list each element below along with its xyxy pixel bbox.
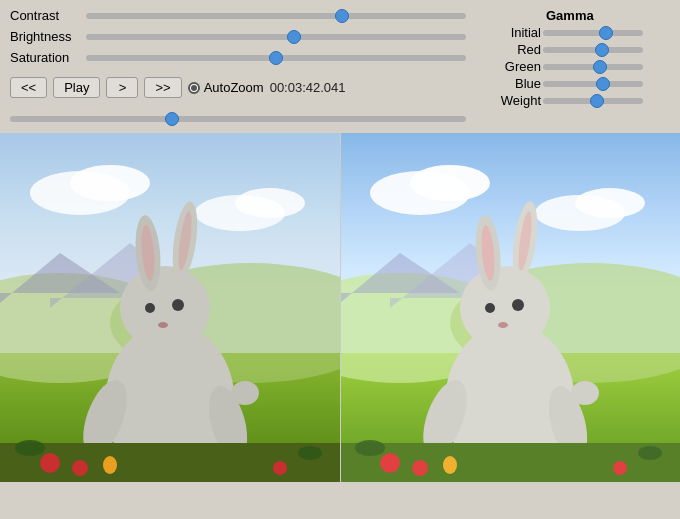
- gamma-weight-label: Weight: [486, 93, 541, 108]
- brightness-label: Brightness: [10, 29, 80, 44]
- svg-point-49: [498, 322, 508, 328]
- autozoom-radio[interactable]: [188, 82, 200, 94]
- scene-left-svg: [0, 133, 340, 482]
- left-controls: Contrast Brightness Saturation << Play >…: [10, 8, 486, 129]
- svg-point-38: [575, 188, 645, 218]
- svg-point-18: [158, 322, 168, 328]
- gamma-red-row: Red: [486, 42, 670, 57]
- gamma-initial-label: Initial: [486, 25, 541, 40]
- play-button[interactable]: Play: [53, 77, 100, 98]
- next-button[interactable]: >: [106, 77, 138, 98]
- svg-point-17: [172, 299, 184, 311]
- svg-point-11: [120, 266, 210, 350]
- svg-point-26: [72, 460, 88, 476]
- contrast-row: Contrast: [10, 8, 466, 23]
- svg-point-30: [298, 446, 322, 460]
- svg-point-59: [613, 461, 627, 475]
- gamma-initial-row: Initial: [486, 25, 670, 40]
- saturation-label: Saturation: [10, 50, 80, 65]
- progress-row: [10, 108, 466, 129]
- svg-point-5: [70, 165, 150, 201]
- svg-point-36: [410, 165, 490, 201]
- gamma-green-row: Green: [486, 59, 670, 74]
- gamma-initial-slider[interactable]: [543, 30, 643, 36]
- svg-point-48: [512, 299, 524, 311]
- autozoom-label: AutoZoom: [204, 80, 264, 95]
- svg-point-28: [273, 461, 287, 475]
- svg-point-56: [380, 453, 400, 473]
- svg-point-47: [485, 303, 495, 313]
- saturation-row: Saturation: [10, 50, 466, 65]
- gamma-green-slider[interactable]: [543, 64, 643, 70]
- brightness-row: Brightness: [10, 29, 466, 44]
- gamma-weight-row: Weight: [486, 93, 670, 108]
- svg-point-61: [638, 446, 662, 460]
- gamma-red-label: Red: [486, 42, 541, 57]
- svg-point-42: [460, 266, 550, 350]
- svg-point-58: [443, 456, 457, 474]
- svg-point-60: [355, 440, 385, 456]
- svg-point-27: [103, 456, 117, 474]
- contrast-slider[interactable]: [86, 13, 466, 19]
- svg-point-52: [571, 381, 599, 405]
- progress-slider[interactable]: [10, 116, 466, 122]
- image-area: [0, 133, 680, 482]
- transport-row: << Play > >> AutoZoom 00:03:42.041: [10, 71, 466, 102]
- gamma-blue-row: Blue: [486, 76, 670, 91]
- gamma-blue-label: Blue: [486, 76, 541, 91]
- split-divider: [340, 133, 341, 482]
- svg-point-21: [231, 381, 259, 405]
- saturation-slider[interactable]: [86, 55, 466, 61]
- svg-point-57: [412, 460, 428, 476]
- image-left: [0, 133, 340, 482]
- svg-point-29: [15, 440, 45, 456]
- next-next-button[interactable]: >>: [144, 77, 181, 98]
- gamma-red-slider[interactable]: [543, 47, 643, 53]
- gamma-green-label: Green: [486, 59, 541, 74]
- timecode: 00:03:42.041: [270, 80, 346, 95]
- gamma-weight-slider[interactable]: [543, 98, 643, 104]
- contrast-label: Contrast: [10, 8, 80, 23]
- gamma-blue-slider[interactable]: [543, 81, 643, 87]
- brightness-slider[interactable]: [86, 34, 466, 40]
- image-right: [340, 133, 680, 482]
- svg-point-25: [40, 453, 60, 473]
- svg-point-16: [145, 303, 155, 313]
- controls-area: Contrast Brightness Saturation << Play >…: [0, 0, 680, 133]
- scene-right-svg: [340, 133, 680, 482]
- autozoom-container: AutoZoom: [188, 80, 264, 95]
- svg-point-7: [235, 188, 305, 218]
- right-controls: Gamma Initial Red Green Blue Weight: [486, 8, 670, 129]
- gamma-title: Gamma: [486, 8, 670, 23]
- prev-prev-button[interactable]: <<: [10, 77, 47, 98]
